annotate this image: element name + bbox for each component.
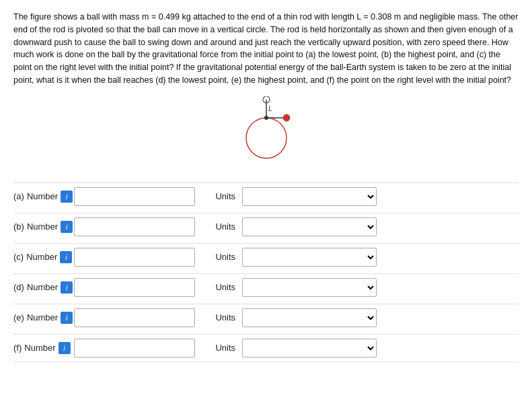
number-input-f[interactable] bbox=[74, 339, 195, 358]
answer-row-b: (b)NumberiUnitsJNkgmm/sm/s²N·mW bbox=[13, 213, 519, 240]
number-input-a[interactable] bbox=[74, 187, 195, 206]
number-input-d[interactable] bbox=[74, 278, 195, 297]
row-letter-e: (e) bbox=[13, 312, 24, 322]
answer-row-f: (f)NumberiUnitsJNkgmm/sm/s²N·mW bbox=[13, 334, 519, 362]
diagram: L bbox=[13, 96, 519, 170]
diagram-svg: L bbox=[229, 96, 303, 170]
units-select-e[interactable]: JNkgmm/sm/s²N·mW bbox=[242, 308, 377, 327]
number-input-b[interactable] bbox=[74, 217, 195, 236]
info-icon-e[interactable]: i bbox=[61, 312, 73, 324]
row-letter-a: (a) bbox=[13, 191, 24, 201]
units-select-a[interactable]: JNkgmm/sm/s²N·mW bbox=[242, 187, 377, 206]
info-icon-f[interactable]: i bbox=[59, 342, 71, 354]
row-sublabel-a: Number bbox=[27, 191, 58, 201]
row-letter-b: (b) bbox=[13, 222, 24, 232]
row-letter-c: (c) bbox=[13, 252, 24, 262]
units-select-d[interactable]: JNkgmm/sm/s²N·mW bbox=[242, 278, 377, 297]
row-sublabel-d: Number bbox=[27, 282, 58, 292]
units-label-c: Units bbox=[202, 252, 235, 262]
svg-point-3 bbox=[264, 116, 268, 120]
info-icon-d[interactable]: i bbox=[61, 281, 73, 294]
units-select-b[interactable]: JNkgmm/sm/s²N·mW bbox=[242, 217, 377, 236]
row-label-b: (b)Numberi bbox=[13, 221, 74, 233]
svg-text:L: L bbox=[268, 105, 272, 112]
row-sublabel-b: Number bbox=[27, 222, 58, 232]
row-label-c: (c)Numberi bbox=[13, 251, 74, 263]
answer-row-e: (e)NumberiUnitsJNkgmm/sm/s²N·mW bbox=[13, 304, 519, 331]
answer-row-c: (c)NumberiUnitsJNkgmm/sm/s²N·mW bbox=[13, 243, 519, 271]
row-label-d: (d)Numberi bbox=[13, 281, 74, 294]
units-label-b: Units bbox=[202, 222, 235, 232]
row-label-e: (e)Numberi bbox=[13, 312, 74, 324]
row-letter-f: (f) bbox=[13, 343, 22, 353]
units-select-c[interactable]: JNkgmm/sm/s²N·mW bbox=[242, 248, 377, 267]
info-icon-a[interactable]: i bbox=[61, 191, 73, 203]
row-sublabel-e: Number bbox=[27, 312, 58, 322]
svg-point-5 bbox=[283, 114, 290, 121]
row-letter-d: (d) bbox=[13, 282, 24, 292]
units-select-f[interactable]: JNkgmm/sm/s²N·mW bbox=[242, 339, 377, 358]
row-label-a: (a)Numberi bbox=[13, 191, 74, 203]
row-sublabel-f: Number bbox=[24, 343, 55, 353]
units-label-a: Units bbox=[202, 191, 235, 201]
problem-text: The figure shows a ball with mass m = 0.… bbox=[13, 11, 519, 87]
answer-row-a: (a)NumberiUnitsJNkgmm/sm/s²N·mW bbox=[13, 182, 519, 210]
row-sublabel-c: Number bbox=[26, 252, 57, 262]
units-label-e: Units bbox=[202, 312, 235, 322]
info-icon-c[interactable]: i bbox=[60, 251, 72, 263]
answer-rows: (a)NumberiUnitsJNkgmm/sm/s²N·mW(b)Number… bbox=[13, 182, 519, 362]
units-label-f: Units bbox=[202, 343, 235, 353]
number-input-e[interactable] bbox=[74, 308, 195, 327]
svg-point-0 bbox=[246, 118, 287, 158]
number-input-c[interactable] bbox=[74, 248, 195, 267]
answer-row-d: (d)NumberiUnitsJNkgmm/sm/s²N·mW bbox=[13, 273, 519, 301]
row-label-f: (f)Numberi bbox=[13, 342, 74, 354]
info-icon-b[interactable]: i bbox=[61, 221, 73, 233]
units-label-d: Units bbox=[202, 282, 235, 292]
